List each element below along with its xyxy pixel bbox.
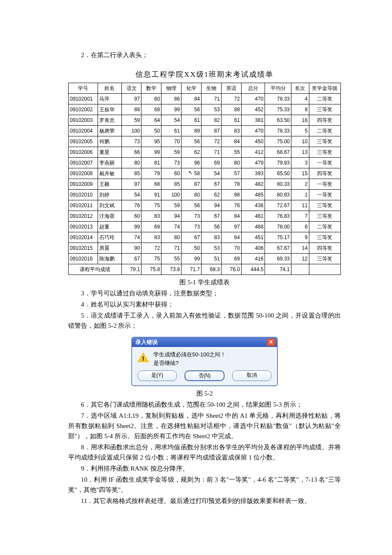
table-footer-cell: 444.5 — [241, 264, 265, 275]
table-cell: 393 — [241, 168, 265, 179]
table-cell: 61 — [161, 126, 182, 136]
step-3: 3．学号可以通过自动填充获得，注意数据类型； — [68, 288, 341, 298]
table-cell: 64 — [221, 232, 241, 243]
table-row: 09102005何鹏73957056728445075.0010三等奖 — [69, 136, 341, 147]
table-cell: 99 — [161, 104, 182, 115]
warning-icon — [137, 352, 149, 362]
table-cell: 381 — [241, 115, 265, 126]
table-cell: 70 — [221, 243, 241, 254]
table-cell: 四等奖 — [309, 115, 340, 126]
table-cell: 50 — [141, 126, 161, 136]
table-cell: 73 — [182, 211, 202, 222]
table-header-cell: 平均分 — [265, 83, 291, 94]
table-cell: 王颖 — [98, 179, 122, 190]
table-cell: 石巧玲 — [98, 232, 122, 243]
step-5: 5．语文成绩请手工录入，录入前加入有效性验证，数据范围 50-100 之间，并设… — [68, 310, 341, 331]
table-cell: 61 — [182, 115, 202, 126]
table-cell: 09102014 — [69, 232, 98, 243]
table-cell: 76 — [221, 200, 241, 211]
table-footer-cell: 75.8 — [141, 264, 161, 275]
step-6: 6．其它各门课成绩用随机函数生成，范围在 50-100 之间，结果如图 5-3 … — [68, 399, 341, 410]
table-footer-empty — [291, 264, 309, 275]
table-row: 09102014石巧玲74838067836445175.179三等奖 — [69, 232, 341, 243]
table-cell: 88 — [221, 104, 241, 115]
table-cell: 一等奖 — [309, 179, 340, 190]
table-cell: 4 — [291, 94, 309, 104]
table-row: 09102004杨唐荣100506189878347078.335二等奖 — [69, 126, 341, 136]
table-cell: 70 — [161, 136, 182, 147]
table-cell: 75.00 — [265, 136, 291, 147]
table-footer-cell: 79.1 — [121, 264, 141, 275]
table-cell: 60 — [121, 211, 141, 222]
table-cell: 2 — [291, 179, 309, 190]
table-cell: 59 — [161, 200, 182, 211]
table-cell: 69 — [202, 158, 222, 168]
table-row: 09102001马萍97608684717247078.334二等奖 — [69, 94, 341, 104]
step-7: 7．选中区域 A1:L19，复制到剪贴板，选中 Sheet2 中的 A1 单元格… — [68, 410, 341, 441]
table-row: 09102016陈海鹏67755599516941669.3312三等奖 — [69, 254, 341, 264]
table-cell: 83 — [221, 126, 241, 136]
no-button[interactable]: 否(N) — [184, 370, 225, 381]
table-cell: 78.33 — [265, 94, 291, 104]
cursor-icon: ↖ — [188, 170, 193, 176]
table-cell: 09102002 — [69, 104, 98, 115]
table-header-cell: 化学 — [182, 83, 202, 94]
table-cell: 97 — [121, 179, 141, 190]
cancel-button[interactable]: 取消 — [232, 370, 271, 381]
table-cell: 96 — [182, 158, 202, 168]
table-cell: 60 — [141, 94, 161, 104]
table-cell: 485 — [241, 190, 265, 200]
table-footer-cell: 73.8 — [161, 264, 182, 275]
table-cell: 3 — [291, 158, 309, 168]
table-cell: 99 — [182, 254, 202, 264]
table-cell: 二等奖 — [309, 94, 340, 104]
table-cell: 54 — [121, 190, 141, 200]
step-11: 11．其它表格格式按样表处理。最后通过打印预览看到的排版效果要和样表一致。 — [68, 496, 341, 506]
table-footer-cell: 68.3 — [202, 264, 222, 275]
table-cell: 436 — [241, 200, 265, 211]
table-cell: 50 — [182, 243, 202, 254]
table-cell: 80 — [221, 158, 241, 168]
step-4: 4．姓名可以从实习素材中获得； — [68, 299, 341, 309]
table-cell: 479 — [241, 158, 265, 168]
table-row: 09102007李燕丽80817396698047979.833一等奖 — [69, 158, 341, 168]
table-cell: 6 — [291, 222, 309, 232]
table-cell: 何鹏 — [98, 136, 122, 147]
table-cell: 416 — [241, 254, 265, 264]
table-cell: 罗青忠 — [98, 115, 122, 126]
table-header-cell: 总分 — [241, 83, 265, 94]
table-cell: 四等奖 — [309, 243, 340, 254]
dialog-title: 录入错误 — [135, 338, 158, 346]
table-cell: 75 — [141, 254, 161, 264]
table-cell: 61 — [221, 115, 241, 126]
table-cell: ↖ 58 — [182, 168, 202, 179]
table-cell: 66 — [121, 147, 141, 158]
table-cell: 三等奖 — [309, 147, 340, 158]
table-footer-cell: 76.0 — [221, 264, 241, 275]
table-cell: 89 — [182, 126, 202, 136]
table-cell: 72 — [202, 136, 222, 147]
table-cell: 69.33 — [265, 254, 291, 264]
table-cell: 412 — [241, 147, 265, 158]
table-cell: 5 — [291, 126, 309, 136]
caption-table: 图 5-1 学生成绩表 — [68, 278, 341, 286]
table-cell: 71 — [161, 243, 182, 254]
table-cell: 67 — [121, 254, 141, 264]
table-cell: 9 — [291, 232, 309, 243]
table-cell: 84 — [221, 136, 241, 147]
table-cell: 406 — [241, 243, 265, 254]
table-cell: 94 — [161, 211, 182, 222]
table-cell: 13 — [291, 147, 309, 158]
table-cell: 67.67 — [265, 243, 291, 254]
table-cell: 74 — [121, 232, 141, 243]
table-cell: 95 — [141, 136, 161, 147]
table-row: 09102013赵董99697473569746878.006二等奖 — [69, 222, 341, 232]
table-cell: 三等奖 — [309, 232, 340, 243]
step-10: 10．利用 IF 函数生成奖学金等级，规则为：前 3 名"一等奖"，4-6 名"… — [68, 474, 341, 495]
table-cell: 12 — [291, 254, 309, 264]
table-cell: 一等奖 — [309, 190, 340, 200]
table-footer-cell: 71.7 — [182, 264, 202, 275]
yes-button[interactable]: 是(Y) — [138, 370, 177, 381]
close-icon[interactable]: X — [267, 338, 275, 346]
table-cell: 90 — [121, 243, 141, 254]
